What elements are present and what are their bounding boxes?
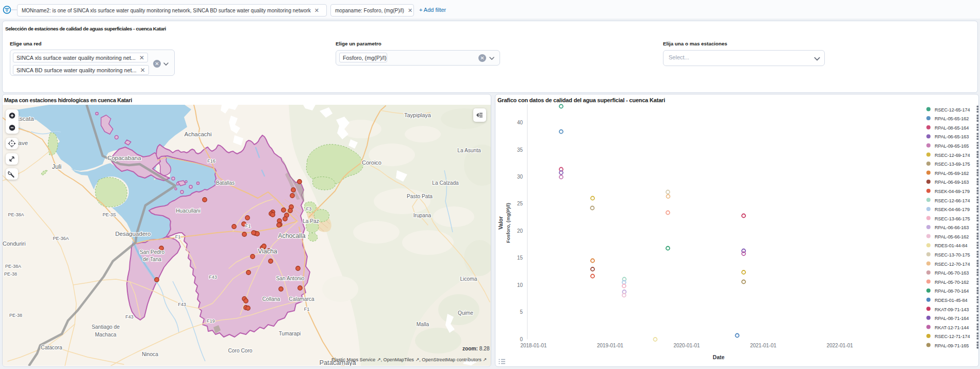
svg-text:Calamarca: Calamarca [289, 296, 314, 302]
svg-text:PE-3S: PE-3S [103, 212, 116, 217]
svg-text:20: 20 [517, 228, 523, 234]
svg-text:RPAL-06-70-163: RPAL-06-70-163 [935, 270, 969, 276]
svg-text:RSEC-12-71-174: RSEC-12-71-174 [935, 334, 970, 339]
svg-text:RPAL-06-65-163: RPAL-06-65-163 [935, 134, 969, 139]
svg-text:Copacabana: Copacabana [107, 155, 141, 161]
svg-text:Quime: Quime [458, 310, 473, 316]
svg-text:RPAL-06-69-163: RPAL-06-69-163 [935, 180, 969, 185]
svg-text:Irupana: Irupana [413, 213, 431, 218]
svg-text:F1: F1 [245, 223, 251, 229]
svg-text:35: 35 [517, 147, 523, 153]
svg-text:de Tana: de Tana [143, 256, 161, 262]
svg-text:RPAL-06-66-163: RPAL-06-66-163 [935, 225, 969, 230]
svg-text:F16: F16 [207, 158, 215, 164]
svg-text:30: 30 [517, 174, 523, 180]
svg-text:F1: F1 [175, 234, 181, 239]
svg-text:Collana: Collana [262, 296, 280, 302]
svg-text:Batallas: Batallas [216, 180, 235, 186]
svg-text:RKAT-09-71-143: RKAT-09-71-143 [935, 307, 969, 312]
svg-text:Tumarapi: Tumarapi [279, 331, 301, 336]
svg-text:40: 40 [517, 120, 523, 125]
svg-text:RPAL-09-71-165: RPAL-09-71-165 [935, 343, 969, 348]
svg-text:10: 10 [517, 282, 523, 288]
svg-text:lave: lave [17, 140, 28, 146]
svg-text:Malla: Malla [417, 322, 429, 327]
svg-text:RPAL-08-70-164: RPAL-08-70-164 [935, 288, 969, 294]
svg-text:PE-36A: PE-36A [53, 236, 69, 241]
svg-text:San Antonio: San Antonio [276, 276, 305, 281]
svg-text:RSEC-12-69-174: RSEC-12-69-174 [935, 153, 970, 158]
svg-text:San Pedro: San Pedro [140, 249, 164, 255]
svg-text:Desaguadero: Desaguadero [115, 231, 151, 237]
svg-text:RDES-01-44-84: RDES-01-44-84 [935, 243, 967, 248]
svg-text:La Calzada: La Calzada [432, 180, 459, 186]
svg-text:RSEC-12-65-174: RSEC-12-65-174 [935, 107, 970, 113]
svg-text:F1: F1 [304, 307, 310, 312]
svg-text:RSEC-13-66-175: RSEC-13-66-175 [935, 216, 970, 221]
svg-text:15: 15 [517, 255, 523, 261]
svg-text:Coro Coro: Coro Coro [228, 348, 253, 354]
svg-text:2018-01-01: 2018-01-01 [520, 343, 547, 348]
svg-text:La Asunta: La Asunta [457, 148, 481, 153]
svg-text:Licoma: Licoma [460, 276, 477, 282]
svg-text:zoom: 8.28: zoom: 8.28 [462, 346, 490, 351]
svg-text:Achacachi: Achacachi [184, 131, 211, 137]
svg-text:PE-38: PE-38 [4, 271, 17, 277]
svg-text:Viacha: Viacha [258, 248, 277, 255]
svg-text:2022-01-01: 2022-01-01 [826, 343, 853, 348]
svg-text:2020-01-01: 2020-01-01 [673, 343, 700, 348]
svg-text:25: 25 [517, 201, 523, 206]
svg-text:Conduriri: Conduriri [3, 240, 26, 247]
svg-text:F19: F19 [207, 318, 215, 324]
svg-text:PE-38: PE-38 [9, 313, 22, 318]
svg-text:RSEC-12-66-174: RSEC-12-66-174 [935, 198, 970, 203]
svg-text:Achocalla: Achocalla [278, 232, 305, 239]
svg-text:Huacullani: Huacullani [176, 208, 201, 214]
svg-text:Coroico: Coroico [362, 159, 381, 166]
svg-text:F3: F3 [306, 206, 312, 212]
svg-text:Ninoca: Ninoca [142, 351, 158, 357]
svg-text:RDES-01-45-84: RDES-01-45-84 [935, 298, 967, 303]
svg-text:Valor: Valor [497, 216, 504, 230]
svg-text:Pasto Pata: Pasto Pata [407, 194, 433, 199]
svg-text:RSEK-04-66-179: RSEK-04-66-179 [935, 207, 970, 212]
svg-text:RPAL-05-69-162: RPAL-05-69-162 [935, 171, 969, 176]
svg-text:0: 0 [520, 336, 523, 342]
svg-text:RPAL-05-65-162: RPAL-05-65-162 [935, 116, 969, 121]
svg-text:RSEC-13-70-175: RSEC-13-70-175 [935, 252, 970, 258]
svg-text:PE-38A: PE-38A [8, 212, 24, 217]
svg-text:2019-01-01: 2019-01-01 [597, 343, 624, 348]
svg-text:RPAL-09-65-165: RPAL-09-65-165 [935, 143, 969, 149]
svg-text:Catacora: Catacora [41, 345, 62, 350]
svg-text:RPAL-08-71-164: RPAL-08-71-164 [935, 316, 969, 321]
svg-text:2021-01-01: 2021-01-01 [750, 343, 777, 348]
svg-text:RPAL-08-65-164: RPAL-08-65-164 [935, 125, 969, 131]
svg-text:Taypiplaya: Taypiplaya [404, 112, 431, 118]
svg-text:F43: F43 [125, 314, 134, 319]
svg-text:Juli: Juli [52, 163, 61, 170]
svg-text:5: 5 [520, 309, 523, 315]
svg-text:RSEC-12-70-174: RSEC-12-70-174 [935, 262, 970, 267]
svg-text:Fosforo, (mg(P)/l): Fosforo, (mg(P)/l) [506, 203, 511, 243]
svg-text:La Paz: La Paz [303, 218, 319, 224]
svg-text:RPAL-05-70-162: RPAL-05-70-162 [935, 280, 969, 285]
svg-text:Santiago de: Santiago de [92, 324, 120, 330]
svg-text:Machaca: Machaca [95, 332, 117, 338]
svg-text:Elastic Maps Service ↗, OpenMa: Elastic Maps Service ↗, OpenMapTiles ↗, … [331, 357, 487, 362]
svg-text:PE-38A: PE-38A [5, 264, 21, 269]
svg-text:Date: Date [713, 354, 725, 360]
svg-text:RKAT-12-71-144: RKAT-12-71-144 [935, 325, 969, 330]
svg-text:F43: F43 [178, 302, 186, 307]
svg-text:RSEK-04-69-179: RSEK-04-69-179 [935, 189, 970, 194]
svg-text:F43: F43 [209, 275, 217, 280]
svg-text:RPAL-05-66-162: RPAL-05-66-162 [935, 234, 969, 239]
svg-text:RSEC-13-69-175: RSEC-13-69-175 [935, 162, 970, 167]
